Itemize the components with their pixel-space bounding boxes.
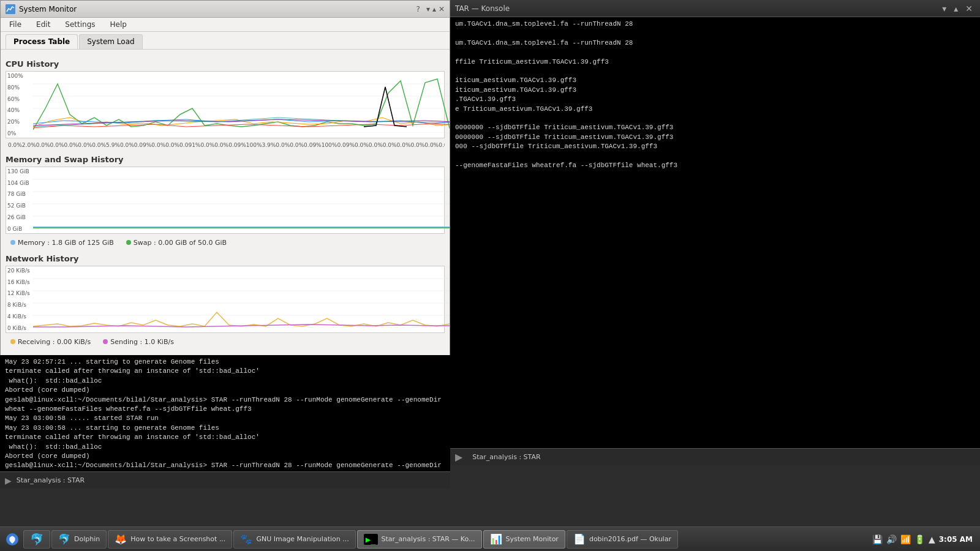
menu-file[interactable]: File (6, 19, 25, 30)
cpu-chart-area (33, 72, 444, 133)
tray-time: 3:05 AM (939, 535, 973, 544)
network-section-title: Network History (6, 254, 445, 263)
memory-section-title: Memory and Swap History (6, 155, 445, 164)
tray-arrow-icon[interactable]: ▲ (929, 534, 935, 544)
menu-help[interactable]: Help (107, 19, 130, 30)
network-legend-item-receiving: Receiving : 0.00 KiB/s (10, 338, 91, 346)
app-icon (6, 4, 15, 14)
system-monitor-titlebar: System Monitor ? ▾ ▴ ✕ (1, 1, 450, 18)
gimp-icon: 🐾 (240, 533, 252, 545)
tray-speaker-icon: 🔊 (886, 534, 897, 544)
cpu-numbers: 0.0%2.0%0.0%0.0%0.0%0.0%0.0%5.9%0.0%0.09… (6, 141, 445, 150)
maximize-btn[interactable]: ▴ (432, 5, 436, 13)
taskbar-app-gimp[interactable]: 🐾 GNU Image Manipulation ... (233, 530, 355, 549)
dolphin-app-label: Dolphin (74, 535, 100, 543)
konsole-close[interactable]: ✕ (963, 4, 975, 13)
konsole-titlebar: TAR — Konsole ▾ ▴ ✕ (450, 0, 980, 17)
menu-edit[interactable]: Edit (32, 19, 54, 30)
konsole-tab-arrow: ▶ (455, 451, 462, 463)
okular-label: dobin2016.pdf — Okular (589, 535, 671, 543)
memory-legend-label: Memory : 1.8 GiB of 125 GiB (18, 239, 114, 247)
terminal-tab-label: Star_analysis : STAR (17, 476, 85, 484)
tab-system-load[interactable]: System Load (79, 34, 142, 49)
firefox-label: How to take a Screenshot ... (130, 535, 225, 543)
dolphin-icon: 🐬 (30, 533, 43, 545)
network-chart-area (33, 266, 444, 328)
taskbar-launcher[interactable] (2, 530, 22, 549)
memory-chart: 130 GiB 104 GiB 78 GiB 52 GiB 26 GiB 0 G… (6, 167, 445, 234)
konsole-tabbar: ▶ Star_analysis : STAR (450, 448, 980, 465)
cpu-svg (33, 72, 450, 133)
sysmon-icon: 📊 (490, 533, 502, 545)
memory-legend: Memory : 1.8 GiB of 125 GiB Swap : 0.00 … (6, 236, 445, 249)
network-chart: 20 KiB/s 16 KiB/s 12 KiB/s 8 KiB/s 4 KiB… (6, 266, 445, 333)
cpu-chart: 100% 80% 60% 40% 20% 0% (6, 71, 445, 138)
konsole-window: TAR — Konsole ▾ ▴ ✕ um.TGACv1.dna_sm.top… (450, 0, 980, 465)
window-controls: ? ▾ ▴ ✕ (417, 5, 445, 13)
sending-legend-label: Sending : 1.0 KiB/s (110, 338, 174, 346)
tab-process-table[interactable]: Process Table (6, 34, 78, 49)
network-legend: Receiving : 0.00 KiB/s Sending : 1.0 KiB… (6, 335, 445, 348)
tray-power-icon: 🔋 (914, 534, 925, 544)
tray-network-icon: 📶 (900, 534, 911, 544)
receiving-legend-label: Receiving : 0.00 KiB/s (18, 338, 91, 346)
bottom-terminal-tabbar: ▶ Star_analysis : STAR (0, 471, 450, 489)
memory-legend-item-swap: Swap : 0.00 GiB of 50.0 GiB (126, 239, 227, 247)
cpu-section-title: CPU History (6, 59, 445, 69)
konsole-taskbar-label: Star_analysis : STAR — Ko... (382, 535, 475, 543)
memory-dot (10, 240, 15, 245)
taskbar-app-sysmon[interactable]: 📊 System Monitor (483, 530, 565, 549)
menubar: File Edit Settings Help (1, 18, 450, 32)
receiving-dot (10, 339, 15, 344)
konsole-minimize[interactable]: ▾ (940, 4, 949, 13)
konsole-content: um.TGACv1.dna_sm.toplevel.fa --runThread… (450, 17, 980, 448)
konsole-tab-label[interactable]: Star_analysis : STAR (467, 452, 545, 462)
swap-dot (126, 240, 131, 245)
taskbar-app-dolphin-label[interactable]: 🐬 Dolphin (51, 530, 107, 549)
swap-legend-label: Swap : 0.00 GiB of 50.0 GiB (134, 239, 227, 247)
taskbar-app-dolphin[interactable]: 🐬 (23, 530, 50, 549)
memory-chart-area (33, 167, 444, 228)
konsole-controls: ▾ ▴ ✕ (940, 4, 975, 13)
tab-bar: Process Table System Load (1, 32, 450, 50)
okular-icon: 📄 (573, 533, 586, 545)
tray-storage-icon: 💾 (872, 534, 883, 544)
memory-svg (33, 167, 450, 228)
gimp-label: GNU Image Manipulation ... (256, 535, 349, 543)
taskbar: 🐬 🐬 Dolphin 🦊 How to take a Screenshot .… (0, 527, 980, 551)
firefox-icon: 🦊 (115, 533, 127, 545)
terminal-arrow: ▶ (5, 476, 12, 485)
memory-y-labels: 130 GiB 104 GiB 78 GiB 52 GiB 26 GiB 0 G… (6, 167, 33, 233)
network-legend-item-sending: Sending : 1.0 KiB/s (103, 338, 174, 346)
taskbar-app-firefox[interactable]: 🦊 How to take a Screenshot ... (108, 530, 232, 549)
help-btn[interactable]: ? (417, 5, 420, 13)
memory-legend-item-memory: Memory : 1.8 GiB of 125 GiB (10, 239, 114, 247)
konsole-title: TAR — Konsole (455, 4, 510, 13)
sysmon-label: System Monitor (506, 535, 559, 543)
network-svg (33, 266, 450, 328)
bottom-terminal: May 23 02:57:21 ... starting to generate… (0, 355, 450, 471)
system-monitor-title: System Monitor (19, 5, 77, 13)
konsole-icon: ▶_ (364, 534, 378, 545)
taskbar-app-konsole[interactable]: ▶_ Star_analysis : STAR — Ko... (357, 530, 482, 549)
menu-settings[interactable]: Settings (61, 19, 99, 30)
taskbar-app-okular[interactable]: 📄 dobin2016.pdf — Okular (567, 530, 678, 549)
taskbar-tray: 💾 🔊 📶 🔋 ▲ 3:05 AM (867, 534, 978, 544)
sending-dot (103, 339, 108, 344)
network-y-labels: 20 KiB/s 16 KiB/s 12 KiB/s 8 KiB/s 4 KiB… (6, 266, 33, 332)
minimize-btn[interactable]: ▾ (426, 5, 430, 13)
cpu-y-labels: 100% 80% 60% 40% 20% 0% (6, 72, 33, 138)
dolphin-app-icon: 🐬 (58, 533, 70, 545)
konsole-maximize[interactable]: ▴ (951, 4, 960, 13)
close-btn[interactable]: ✕ (439, 5, 445, 13)
